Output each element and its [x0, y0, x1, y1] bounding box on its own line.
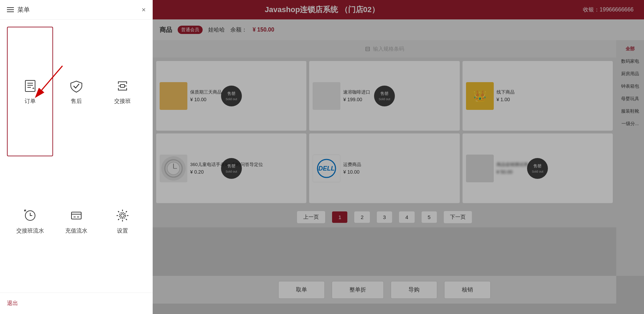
menu-item-shift-log-label: 交接班流水	[16, 227, 44, 235]
menu-item-shift[interactable]: 交接班	[100, 27, 146, 156]
hamburger-icon[interactable]	[7, 7, 14, 12]
recharge-log-icon	[68, 207, 85, 224]
menu-item-recharge-log-label: 充值流水	[65, 227, 87, 235]
menu-header: 菜单 ×	[0, 0, 153, 20]
settings-icon	[114, 207, 131, 224]
menu-item-order-label: 订单	[25, 98, 36, 105]
menu-item-order[interactable]: 订单	[7, 27, 53, 156]
menu-footer: 退出	[0, 293, 153, 314]
shift-icon	[114, 78, 131, 94]
menu-items-grid: 订单 售后 交接班	[0, 20, 153, 293]
menu-item-recharge-log[interactable]: 充值流水	[53, 156, 99, 286]
after-sale-icon	[68, 78, 85, 94]
svg-rect-10	[120, 85, 125, 87]
order-icon	[22, 78, 39, 94]
menu-title: 菜单	[17, 6, 30, 14]
menu-item-aftersale-label: 售后	[71, 98, 82, 105]
svg-rect-14	[71, 212, 81, 219]
menu-panel: 菜单 × 订单 售	[0, 0, 153, 314]
menu-item-shift-log[interactable]: 交接班流水	[7, 156, 53, 286]
close-icon[interactable]: ×	[142, 6, 146, 13]
menu-item-settings-label: 设置	[117, 227, 128, 235]
svg-point-19	[119, 212, 126, 219]
svg-rect-6	[25, 80, 35, 91]
svg-point-18	[121, 214, 124, 217]
menu-item-shift-label: 交接班	[114, 98, 131, 105]
menu-item-settings[interactable]: 设置	[100, 156, 146, 286]
shift-log-icon	[22, 207, 39, 224]
logout-button[interactable]: 退出	[7, 300, 18, 307]
menu-item-aftersale[interactable]: 售后	[53, 27, 99, 156]
